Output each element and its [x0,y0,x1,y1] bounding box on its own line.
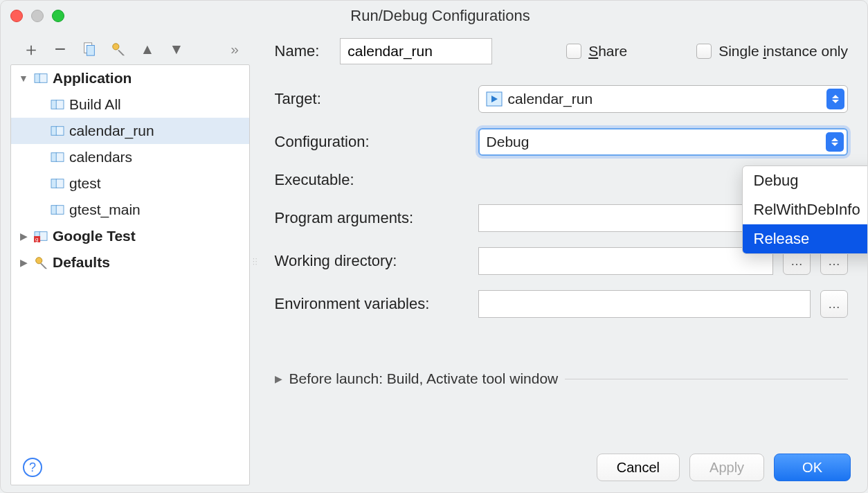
chevron-right-icon: ▶ [275,373,282,384]
move-down-button[interactable]: ▼ [168,41,185,57]
edit-templates-button[interactable] [110,41,127,57]
titlebar: Run/Debug Configurations [1,1,867,31]
name-input[interactable] [340,38,492,64]
single-instance-label: Single instance only [718,43,848,60]
tree-category-label: Application [53,70,132,87]
add-configuration-button[interactable]: ＋ [23,41,39,57]
svg-rect-12 [56,179,64,188]
tree-item-label: gtest_main [69,201,141,218]
run-config-icon [50,204,65,216]
configuration-tree[interactable]: ▼ Application Build All calendar_run cal… [10,64,250,485]
environment-variables-input[interactable] [478,290,811,318]
minimize-window-button[interactable] [31,10,44,22]
configuration-dropdown: Debug RelWithDebInfo Release [742,165,868,254]
configuration-select[interactable]: Debug [478,128,848,156]
window-controls [10,10,64,22]
run-config-icon [50,177,65,190]
single-instance-checkbox[interactable]: Single instance only [696,43,848,60]
checkbox-icon [566,44,581,59]
more-actions-button[interactable]: » [226,41,243,57]
working-directory-label: Working directory: [275,252,469,270]
configuration-option-debug[interactable]: Debug [743,166,868,195]
working-directory-input[interactable] [478,247,773,275]
resize-grip-icon[interactable]: ······ [253,258,262,266]
separator [565,379,848,379]
google-test-icon: g [33,230,48,242]
svg-rect-4 [39,74,47,83]
tree-item-gtest[interactable]: gtest [11,170,249,197]
tree-category-google-test[interactable]: ▶ g Google Test [11,223,249,249]
chevron-up-down-icon [826,132,844,152]
copy-configuration-button[interactable] [81,41,98,57]
configuration-option-release[interactable]: Release [743,224,868,253]
checkbox-icon [696,44,712,59]
before-launch-label: Before launch: Build, Activate tool wind… [289,370,559,387]
tree-item-label: calendars [69,149,132,165]
tree-item-calendars[interactable]: calendars [11,144,249,170]
before-launch-section[interactable]: ▶ Before launch: Build, Activate tool wi… [275,370,848,387]
svg-point-19 [36,258,42,264]
target-value: calendar_run [508,91,593,107]
move-up-button[interactable]: ▲ [139,41,156,57]
svg-rect-8 [56,127,64,136]
run-config-icon [50,125,65,137]
svg-point-2 [113,44,119,50]
cancel-button[interactable]: Cancel [597,454,680,481]
tree-category-label: Google Test [53,228,136,244]
tree-item-label: calendar_run [69,123,154,139]
sidebar-toolbar: ＋ − ▲ ▼ » [10,38,250,64]
zoom-window-button[interactable] [52,10,64,22]
target-select[interactable]: calendar_run [478,85,848,113]
run-debug-configurations-dialog: Run/Debug Configurations ＋ − ▲ ▼ » [0,0,868,493]
target-label: Target: [275,90,469,108]
program-arguments-label: Program arguments: [275,209,469,227]
tree-category-label: Defaults [53,254,110,271]
tree-item-build-all[interactable]: Build All [11,91,249,118]
apply-button[interactable]: Apply [689,454,764,481]
sidebar: ＋ − ▲ ▼ » ▼ Application [1,31,253,492]
svg-rect-6 [56,100,64,109]
share-checkbox[interactable]: Share [566,43,627,60]
help-button[interactable]: ? [23,458,42,477]
remove-configuration-button[interactable]: − [52,41,69,57]
tree-item-gtest-main[interactable]: gtest_main [11,197,249,223]
window-title: Run/Debug Configurations [64,7,816,25]
application-icon [33,72,48,84]
configuration-form: Name: Share Single instance only Target: [262,31,867,492]
configuration-option-relwithdebinfo[interactable]: RelWithDebInfo [743,195,868,224]
svg-text:g: g [35,236,39,242]
name-label: Name: [275,42,320,60]
expand-icon: ▶ [18,257,29,268]
tree-item-label: Build All [69,96,121,113]
close-window-button[interactable] [10,10,23,22]
tree-category-defaults[interactable]: ▶ Defaults [11,249,249,276]
svg-rect-14 [56,206,64,215]
svg-rect-16 [39,232,47,241]
tree-item-calendar-run[interactable]: calendar_run [11,118,249,144]
edit-environment-variables-button[interactable]: … [820,290,848,318]
target-executable-icon [486,91,503,107]
run-config-icon [50,151,65,163]
tree-category-application[interactable]: ▼ Application [11,65,249,91]
run-config-icon [50,98,65,111]
svg-rect-1 [87,46,94,56]
configuration-label: Configuration: [275,133,469,151]
ok-button[interactable]: OK [774,454,851,481]
expand-icon: ▶ [18,231,29,242]
share-label: Share [588,43,627,60]
defaults-icon [33,255,48,270]
svg-rect-10 [56,153,64,162]
dialog-footer: ? Cancel Apply OK [1,442,867,492]
tree-item-label: gtest [69,175,101,192]
chevron-up-down-icon [826,89,844,109]
expand-icon: ▼ [18,73,29,84]
executable-label: Executable: [275,171,469,189]
environment-variables-label: Environment variables: [275,295,469,313]
configuration-value: Debug [487,134,530,150]
